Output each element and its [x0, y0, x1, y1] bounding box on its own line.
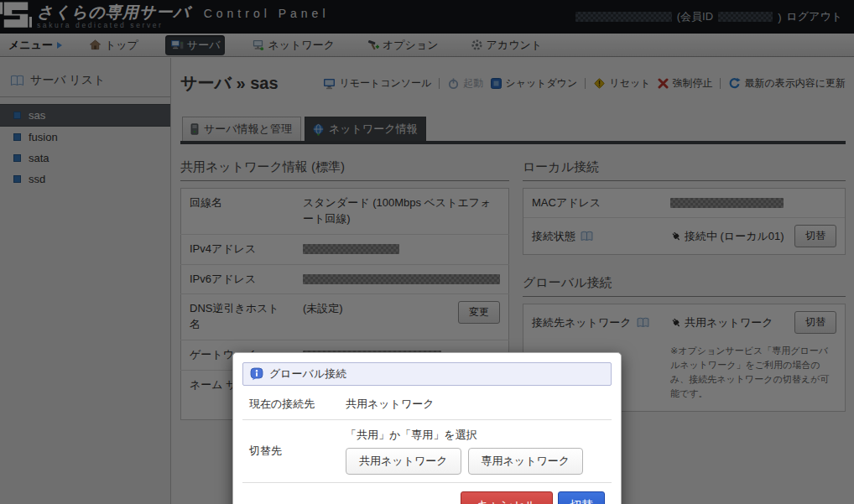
dedicated-network-option-button[interactable]: 専用ネットワーク	[468, 448, 584, 475]
info-icon	[250, 367, 263, 381]
cancel-button[interactable]: キャンセル	[461, 491, 553, 504]
dialog-header: グローバル接続	[242, 362, 612, 386]
current-connection-row: 現在の接続先 共用ネットワーク	[242, 389, 612, 420]
dialog-title: グローバル接続	[269, 366, 346, 382]
global-connection-dialog: グローバル接続 現在の接続先 共用ネットワーク 切替先 「共用」か「専用」を選択…	[232, 352, 622, 504]
current-connection-value: 共用ネットワーク	[346, 397, 435, 412]
switch-confirm-button[interactable]: 切替	[558, 491, 605, 504]
switch-target-row: 切替先 「共用」か「専用」を選択 共用ネットワーク 専用ネットワーク	[242, 420, 612, 483]
switch-target-hint: 「共用」か「専用」を選択	[346, 428, 605, 443]
dialog-footer: キャンセル 切替	[242, 483, 612, 504]
shared-network-option-button[interactable]: 共用ネットワーク	[346, 448, 461, 475]
